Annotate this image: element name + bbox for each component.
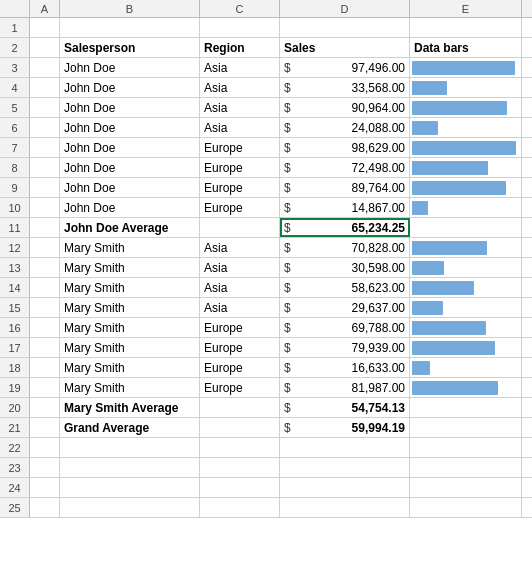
cell-d12[interactable]: $70,828.00 [280, 238, 410, 257]
cell-c9[interactable]: Europe [200, 178, 280, 197]
cell-a19[interactable] [30, 378, 60, 397]
col-header-c[interactable]: C [200, 0, 280, 17]
cell-c17[interactable]: Europe [200, 338, 280, 357]
cell-c20[interactable] [200, 398, 280, 417]
cell-b9[interactable]: John Doe [60, 178, 200, 197]
cell-d8[interactable]: $72,498.00 [280, 158, 410, 177]
cell-a16[interactable] [30, 318, 60, 337]
cell-d18[interactable]: $16,633.00 [280, 358, 410, 377]
cell-d21[interactable]: $59,994.19 [280, 418, 410, 437]
cell-c23[interactable] [200, 458, 280, 477]
cell-b7[interactable]: John Doe [60, 138, 200, 157]
cell-e5[interactable] [410, 98, 522, 117]
cell-b4[interactable]: John Doe [60, 78, 200, 97]
cell-b17[interactable]: Mary Smith [60, 338, 200, 357]
cell-a11[interactable] [30, 218, 60, 237]
cell-c10[interactable]: Europe [200, 198, 280, 217]
cell-a25[interactable] [30, 498, 60, 517]
cell-d6[interactable]: $24,088.00 [280, 118, 410, 137]
cell-c5[interactable]: Asia [200, 98, 280, 117]
cell-e21[interactable] [410, 418, 522, 437]
cell-a12[interactable] [30, 238, 60, 257]
cell-d2[interactable]: Sales [280, 38, 410, 57]
cell-c12[interactable]: Asia [200, 238, 280, 257]
cell-b19[interactable]: Mary Smith [60, 378, 200, 397]
cell-b5[interactable]: John Doe [60, 98, 200, 117]
cell-e24[interactable] [410, 478, 522, 497]
cell-c13[interactable]: Asia [200, 258, 280, 277]
cell-d22[interactable] [280, 438, 410, 457]
cell-c1[interactable] [200, 18, 280, 37]
col-header-e[interactable]: E [410, 0, 522, 17]
cell-d23[interactable] [280, 458, 410, 477]
cell-b25[interactable] [60, 498, 200, 517]
cell-a8[interactable] [30, 158, 60, 177]
cell-a24[interactable] [30, 478, 60, 497]
cell-b24[interactable] [60, 478, 200, 497]
cell-d20[interactable]: $54,754.13 [280, 398, 410, 417]
cell-b2[interactable]: Salesperson [60, 38, 200, 57]
cell-e7[interactable] [410, 138, 522, 157]
cell-d19[interactable]: $81,987.00 [280, 378, 410, 397]
cell-b8[interactable]: John Doe [60, 158, 200, 177]
cell-b12[interactable]: Mary Smith [60, 238, 200, 257]
cell-c8[interactable]: Europe [200, 158, 280, 177]
cell-d15[interactable]: $29,637.00 [280, 298, 410, 317]
cell-a3[interactable] [30, 58, 60, 77]
cell-c15[interactable]: Asia [200, 298, 280, 317]
cell-e11[interactable] [410, 218, 522, 237]
cell-e13[interactable] [410, 258, 522, 277]
cell-e9[interactable] [410, 178, 522, 197]
cell-e12[interactable] [410, 238, 522, 257]
cell-e6[interactable] [410, 118, 522, 137]
cell-a7[interactable] [30, 138, 60, 157]
cell-c6[interactable]: Asia [200, 118, 280, 137]
cell-e2[interactable]: Data bars [410, 38, 522, 57]
cell-e1[interactable] [410, 18, 522, 37]
cell-b18[interactable]: Mary Smith [60, 358, 200, 377]
cell-c22[interactable] [200, 438, 280, 457]
cell-e8[interactable] [410, 158, 522, 177]
cell-c11[interactable] [200, 218, 280, 237]
cell-b23[interactable] [60, 458, 200, 477]
cell-a4[interactable] [30, 78, 60, 97]
cell-e20[interactable] [410, 398, 522, 417]
cell-a23[interactable] [30, 458, 60, 477]
cell-c14[interactable]: Asia [200, 278, 280, 297]
cell-b10[interactable]: John Doe [60, 198, 200, 217]
cell-b20[interactable]: Mary Smith Average [60, 398, 200, 417]
col-header-a[interactable]: A [30, 0, 60, 17]
cell-a13[interactable] [30, 258, 60, 277]
cell-b21[interactable]: Grand Average [60, 418, 200, 437]
cell-e19[interactable] [410, 378, 522, 397]
cell-a9[interactable] [30, 178, 60, 197]
cell-e10[interactable] [410, 198, 522, 217]
cell-d5[interactable]: $90,964.00 [280, 98, 410, 117]
cell-e22[interactable] [410, 438, 522, 457]
cell-a21[interactable] [30, 418, 60, 437]
cell-a15[interactable] [30, 298, 60, 317]
cell-d16[interactable]: $69,788.00 [280, 318, 410, 337]
cell-d25[interactable] [280, 498, 410, 517]
cell-d3[interactable]: $97,496.00 [280, 58, 410, 77]
cell-a2[interactable] [30, 38, 60, 57]
cell-d24[interactable] [280, 478, 410, 497]
cell-b22[interactable] [60, 438, 200, 457]
cell-d13[interactable]: $30,598.00 [280, 258, 410, 277]
col-header-b[interactable]: B [60, 0, 200, 17]
cell-c25[interactable] [200, 498, 280, 517]
cell-c7[interactable]: Europe [200, 138, 280, 157]
cell-e14[interactable] [410, 278, 522, 297]
cell-d14[interactable]: $58,623.00 [280, 278, 410, 297]
cell-c24[interactable] [200, 478, 280, 497]
cell-b11[interactable]: John Doe Average [60, 218, 200, 237]
cell-c3[interactable]: Asia [200, 58, 280, 77]
cell-c19[interactable]: Europe [200, 378, 280, 397]
cell-a5[interactable] [30, 98, 60, 117]
cell-d9[interactable]: $89,764.00 [280, 178, 410, 197]
cell-e18[interactable] [410, 358, 522, 377]
cell-d17[interactable]: $79,939.00 [280, 338, 410, 357]
cell-d4[interactable]: $33,568.00 [280, 78, 410, 97]
cell-e3[interactable] [410, 58, 522, 77]
cell-c16[interactable]: Europe [200, 318, 280, 337]
